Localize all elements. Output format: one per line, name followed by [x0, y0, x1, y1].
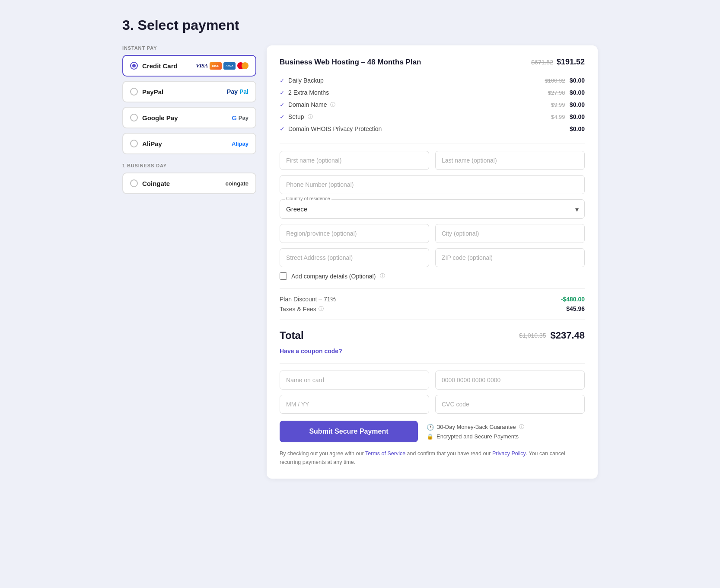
divider-3 [280, 320, 585, 320]
coingate-logo: coingate [226, 180, 248, 187]
taxes-info-icon[interactable]: ⓘ [319, 305, 324, 313]
country-label: Country of residence [285, 196, 331, 201]
payment-option-alipay[interactable]: AliPay Alipay [122, 133, 256, 154]
first-name-input[interactable] [280, 151, 429, 170]
total-original: $1,010.35 [519, 332, 546, 339]
setup-info-icon[interactable]: ⓘ [308, 113, 313, 121]
company-label: Add company details (Optional) [291, 273, 376, 280]
money-back-info-icon[interactable]: ⓘ [519, 423, 524, 431]
payment-methods-panel: INSTANT PAY Credit Card VISA DISC AMEX [122, 45, 256, 198]
alipay-logo: Alipay [232, 141, 248, 147]
radio-alipay [130, 140, 138, 147]
card-name-field [280, 371, 429, 390]
payment-option-credit-card[interactable]: Credit Card VISA DISC AMEX [122, 55, 256, 77]
coingate-label: Coingate [142, 180, 170, 187]
order-item-setup: ✓ Setup ⓘ $4.99 $0.00 [280, 111, 585, 123]
last-name-input[interactable] [435, 151, 585, 170]
card-expiry-input[interactable] [280, 395, 429, 414]
discover-icon: DISC [210, 62, 222, 70]
zip-input[interactable] [435, 248, 585, 267]
company-checkbox-row: Add company details (Optional) ⓘ [280, 272, 585, 280]
total-prices: $1,010.35 $237.48 [519, 330, 585, 341]
phone-input[interactable] [280, 175, 585, 194]
check-icon: ✓ [280, 89, 285, 96]
radio-credit-card [130, 62, 138, 70]
total-row: Total $1,010.35 $237.48 [280, 328, 585, 342]
radio-paypal [130, 88, 138, 96]
order-item-whois: ✓ Domain WHOIS Privacy Protection $0.00 [280, 123, 585, 135]
submit-button[interactable]: Submit Secure Payment [280, 421, 418, 442]
amex-icon: AMEX [223, 62, 236, 70]
discount-label: Plan Discount – 71% [280, 296, 336, 303]
taxes-value: $45.96 [566, 305, 585, 313]
encrypted-label: Encrypted and Secure Payments [436, 433, 519, 440]
radio-coingate [130, 179, 138, 187]
order-item-domain: ✓ Domain Name ⓘ $9.99 $0.00 [280, 99, 585, 111]
plan-price-original: $671.52 [531, 59, 553, 66]
coupon-link[interactable]: Have a coupon code? [280, 348, 585, 355]
credit-card-logos: VISA DISC AMEX [196, 62, 248, 70]
plan-title: Business Web Hosting – 48 Months Plan [280, 58, 421, 67]
check-icon: ✓ [280, 113, 285, 120]
zip-field [435, 248, 585, 267]
last-name-field [435, 151, 585, 170]
city-input[interactable] [435, 224, 585, 243]
security-badges: 🕐 30-Day Money-Back Guarantee ⓘ 🔒 Encryp… [427, 423, 524, 440]
total-label: Total [280, 329, 304, 342]
visa-icon: VISA [196, 62, 208, 69]
region-city-row [280, 224, 585, 243]
payment-option-coingate[interactable]: Coingate coingate [122, 173, 256, 194]
privacy-link[interactable]: Privacy Policy [492, 451, 526, 457]
street-input[interactable] [280, 248, 429, 267]
payment-option-google-pay[interactable]: Google Pay G Pay [122, 107, 256, 128]
check-icon: ✓ [280, 125, 285, 132]
street-field [280, 248, 429, 267]
paypal-logo: PayPal [227, 88, 248, 95]
google-pay-label: Google Pay [142, 114, 178, 121]
country-select[interactable]: Greece United States United Kingdom Germ… [280, 199, 585, 219]
card-expiry-cvc-row [280, 395, 585, 414]
divider-4 [280, 363, 585, 364]
company-info-icon[interactable]: ⓘ [380, 272, 385, 280]
pricing-summary: Plan Discount – 71% -$480.00 Taxes & Fee… [280, 296, 585, 313]
country-wrapper: Country of residence Greece United State… [280, 199, 585, 219]
card-cvc-input[interactable] [435, 395, 585, 414]
card-number-input[interactable] [435, 371, 585, 390]
phone-field [280, 175, 585, 194]
domain-info-icon[interactable]: ⓘ [330, 101, 335, 109]
discount-row: Plan Discount – 71% -$480.00 [280, 296, 585, 303]
total-current: $237.48 [550, 330, 585, 341]
order-item-daily-backup: ✓ Daily Backup $100.32 $0.00 [280, 74, 585, 86]
taxes-row: Taxes & Fees ⓘ $45.96 [280, 305, 585, 313]
discount-value: -$480.00 [561, 296, 585, 303]
money-back-label: 30-Day Money-Back Guarantee [437, 424, 516, 430]
order-items: ✓ Daily Backup $100.32 $0.00 ✓ 2 Extra M… [280, 74, 585, 135]
clock-icon: 🕐 [427, 424, 434, 431]
instant-pay-label: INSTANT PAY [122, 45, 256, 51]
company-checkbox[interactable] [280, 272, 287, 280]
terms-text: By checking out you agree with our Terms… [280, 449, 585, 467]
plan-price-current: $191.52 [557, 58, 585, 67]
payment-option-paypal[interactable]: PayPal PayPal [122, 81, 256, 102]
content-layout: INSTANT PAY Credit Card VISA DISC AMEX [122, 45, 598, 479]
plan-price-group: $671.52 $191.52 [531, 58, 585, 67]
tos-link[interactable]: Terms of Service [365, 451, 405, 457]
card-name-input[interactable] [280, 371, 429, 390]
card-name-number-row [280, 371, 585, 390]
check-icon: ✓ [280, 77, 285, 84]
city-field [435, 224, 585, 243]
encrypted-badge: 🔒 Encrypted and Secure Payments [427, 433, 524, 440]
region-input[interactable] [280, 224, 429, 243]
taxes-label: Taxes & Fees ⓘ [280, 305, 324, 313]
card-expiry-field [280, 395, 429, 414]
region-field [280, 224, 429, 243]
submit-row: Submit Secure Payment 🕐 30-Day Money-Bac… [280, 421, 585, 442]
card-cvc-field [435, 395, 585, 414]
radio-google-pay [130, 114, 138, 121]
money-back-badge: 🕐 30-Day Money-Back Guarantee ⓘ [427, 423, 524, 431]
credit-card-label: Credit Card [142, 62, 178, 70]
lock-icon: 🔒 [427, 433, 433, 440]
order-item-extra-months: ✓ 2 Extra Months $27.98 $0.00 [280, 86, 585, 99]
page-container: 3. Select payment INSTANT PAY Credit Car… [122, 17, 598, 479]
paypal-label: PayPal [142, 88, 163, 96]
